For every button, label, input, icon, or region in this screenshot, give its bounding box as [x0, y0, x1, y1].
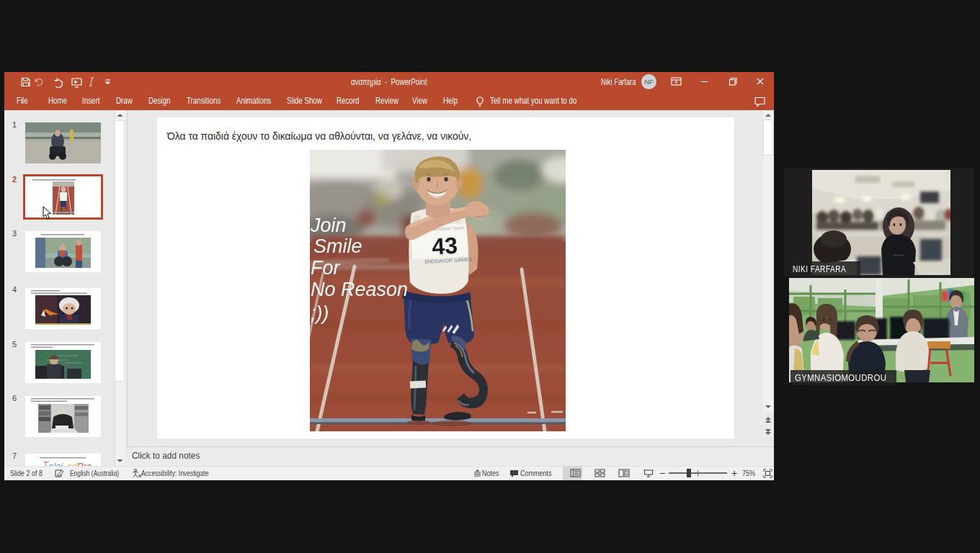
svg-text:Smile: Smile	[313, 235, 362, 257]
svg-text:;)): ;))	[311, 302, 329, 324]
svg-text:ad: ad	[67, 461, 78, 466]
svg-text:43: 43	[431, 233, 458, 260]
svg-text:No Reason: No Reason	[311, 279, 408, 300]
svg-text:For: For	[311, 257, 341, 279]
svg-text:Bra.: Bra.	[77, 461, 94, 466]
svg-text:Join: Join	[310, 215, 347, 236]
